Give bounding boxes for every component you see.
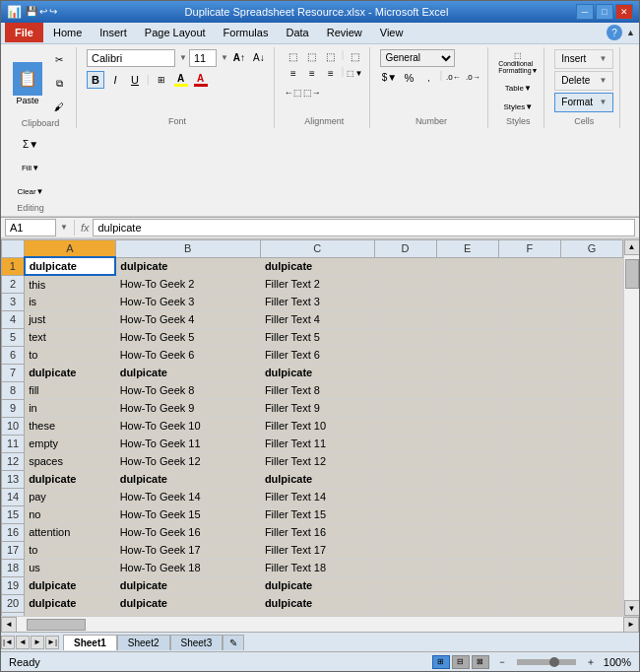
hscroll-track[interactable]: [17, 617, 623, 632]
cell-14-E[interactable]: [436, 488, 498, 505]
insert-cells-button[interactable]: Insert ▼: [554, 49, 613, 69]
cell-9-A[interactable]: in: [25, 399, 116, 417]
cell-12-D[interactable]: [374, 452, 436, 470]
cell-6-D[interactable]: [374, 346, 436, 364]
cell-17-C[interactable]: Filler Text 17: [260, 541, 374, 559]
cell-4-B[interactable]: How-To Geek 4: [115, 310, 260, 328]
cell-13-G[interactable]: [560, 470, 622, 488]
formulas-menu[interactable]: Formulas: [216, 23, 277, 42]
cell-20-B[interactable]: dulpicate: [115, 594, 260, 612]
row-header-19[interactable]: 19: [2, 576, 25, 594]
last-sheet-button[interactable]: ►|: [45, 636, 59, 649]
cell-2-E[interactable]: [436, 275, 498, 293]
underline-button[interactable]: U: [126, 71, 144, 89]
hscroll-thumb[interactable]: [27, 619, 86, 631]
cell-2-B[interactable]: How-To Geek 2: [115, 275, 260, 293]
cell-6-E[interactable]: [436, 346, 498, 364]
fill-button[interactable]: Fill▼: [11, 158, 50, 179]
cell-19-B[interactable]: dulpicate: [115, 576, 260, 594]
format-cells-button[interactable]: Format ▼: [554, 93, 613, 112]
cell-2-C[interactable]: Filler Text 2: [260, 275, 374, 293]
format-painter-button[interactable]: 🖌: [48, 97, 70, 118]
cell-7-E[interactable]: [436, 364, 498, 381]
row-header-20[interactable]: 20: [2, 594, 25, 612]
number-format-select[interactable]: General Number Currency Date Text: [380, 49, 455, 67]
cell-9-D[interactable]: [374, 399, 436, 417]
cell-13-E[interactable]: [436, 470, 498, 488]
cell-12-E[interactable]: [436, 452, 498, 470]
row-header-7[interactable]: 7: [2, 364, 25, 381]
cell-12-A[interactable]: spaces: [25, 452, 116, 470]
cell-9-G[interactable]: [560, 399, 622, 417]
bold-button[interactable]: B: [87, 71, 104, 89]
cell-11-F[interactable]: [498, 435, 560, 452]
decrease-decimal-button[interactable]: .0←: [444, 69, 462, 87]
cell-5-A[interactable]: text: [25, 328, 116, 346]
cell-3-B[interactable]: How-To Geek 3: [115, 293, 260, 310]
cell-2-A[interactable]: this: [25, 275, 116, 293]
row-header-1[interactable]: 1: [2, 257, 25, 275]
align-center-button[interactable]: ≡: [303, 66, 321, 82]
cell-styles-button[interactable]: Styles▼: [498, 101, 538, 114]
cell-14-A[interactable]: pay: [25, 488, 116, 505]
cell-20-A[interactable]: dulpicate: [25, 594, 116, 612]
cell-18-D[interactable]: [374, 559, 436, 576]
vertical-scrollbar[interactable]: ▲ ▼: [623, 239, 639, 616]
cell-5-F[interactable]: [498, 328, 560, 346]
cell-6-A[interactable]: to: [25, 346, 116, 364]
border-button[interactable]: ⊞: [153, 71, 170, 89]
col-header-g[interactable]: G: [560, 239, 622, 257]
page-layout-menu[interactable]: Page Layout: [137, 23, 214, 42]
cell-16-E[interactable]: [436, 523, 498, 541]
maximize-button[interactable]: □: [596, 4, 613, 20]
cell-9-C[interactable]: Filler Text 9: [260, 399, 374, 417]
horizontal-scrollbar[interactable]: ◄ ►: [1, 616, 639, 632]
cell-13-D[interactable]: [374, 470, 436, 488]
increase-font-button[interactable]: A↑: [230, 49, 248, 67]
cell-11-C[interactable]: Filler Text 11: [260, 435, 374, 452]
cell-5-D[interactable]: [374, 328, 436, 346]
cell-4-G[interactable]: [560, 310, 622, 328]
font-size-input[interactable]: [189, 49, 217, 67]
cell-12-F[interactable]: [498, 452, 560, 470]
page-break-view-button[interactable]: ⊠: [472, 655, 489, 669]
cell-6-G[interactable]: [560, 346, 622, 364]
cell-11-G[interactable]: [560, 435, 622, 452]
italic-button[interactable]: I: [106, 71, 124, 89]
row-header-13[interactable]: 13: [2, 470, 25, 488]
format-as-table-button[interactable]: Table▼: [498, 79, 538, 99]
cell-14-C[interactable]: Filler Text 14: [260, 488, 374, 505]
ribbon-minimize-icon[interactable]: ▲: [626, 28, 635, 37]
cell-1-D[interactable]: [374, 257, 436, 275]
row-header-6[interactable]: 6: [2, 346, 25, 364]
cell-3-F[interactable]: [498, 293, 560, 310]
cell-9-F[interactable]: [498, 399, 560, 417]
paste-button[interactable]: 📋 Paste: [11, 60, 44, 107]
font-size-dropdown-icon[interactable]: ▼: [221, 53, 228, 62]
cell-8-A[interactable]: fill: [25, 381, 116, 399]
cell-20-F[interactable]: [498, 594, 560, 612]
cell-13-F[interactable]: [498, 470, 560, 488]
scroll-down-button[interactable]: ▼: [624, 600, 640, 616]
cell-7-B[interactable]: dulpicate: [115, 364, 260, 381]
cell-5-C[interactable]: Filler Text 5: [260, 328, 374, 346]
cell-11-E[interactable]: [436, 435, 498, 452]
cell-19-A[interactable]: dulpicate: [25, 576, 116, 594]
row-header-9[interactable]: 9: [2, 399, 25, 417]
cell-13-C[interactable]: dulpicate: [260, 470, 374, 488]
table-scroll[interactable]: A B C D E F G 1dulpicatedulpicatedulpica…: [1, 239, 639, 616]
cell-2-F[interactable]: [498, 275, 560, 293]
cell-17-A[interactable]: to: [25, 541, 116, 559]
cell-18-F[interactable]: [498, 559, 560, 576]
increase-indent-button[interactable]: ⬚→: [303, 85, 321, 101]
cell-17-B[interactable]: How-To Geek 17: [115, 541, 260, 559]
home-menu[interactable]: Home: [45, 23, 90, 42]
file-menu[interactable]: File: [5, 23, 43, 42]
format-dropdown-icon[interactable]: ▼: [599, 98, 607, 106]
cell-20-G[interactable]: [560, 594, 622, 612]
cell-3-C[interactable]: Filler Text 3: [260, 293, 374, 310]
minimize-button[interactable]: ─: [576, 4, 594, 20]
cell-7-C[interactable]: dulpicate: [260, 364, 374, 381]
cell-17-E[interactable]: [436, 541, 498, 559]
quick-access-redo[interactable]: ↪: [49, 6, 57, 17]
